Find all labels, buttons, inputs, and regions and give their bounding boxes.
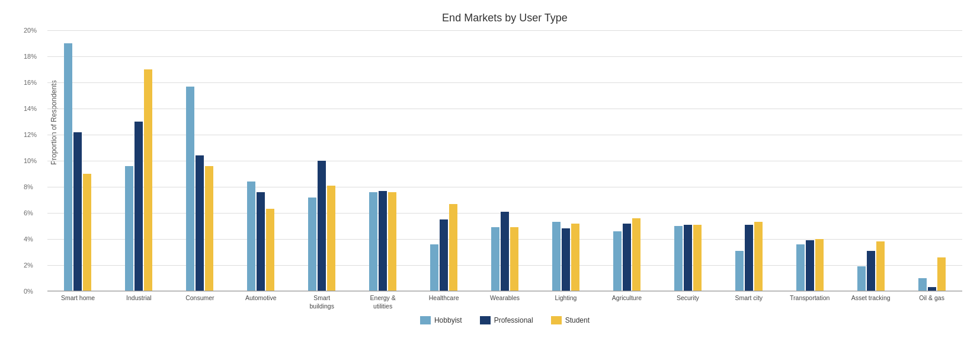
y-tick-label: 18% [24, 53, 37, 60]
bar-professional [134, 122, 143, 291]
y-tick-label: 8% [24, 183, 33, 190]
x-label: Healthcare [414, 294, 475, 310]
bar-professional [501, 212, 509, 291]
bar-professional [196, 155, 204, 291]
bar-professional [684, 225, 692, 291]
bar-hobbyist [796, 244, 805, 291]
bar-hobbyist [613, 231, 622, 291]
y-tick-label: 16% [24, 79, 37, 86]
y-tick-label: 0% [24, 288, 33, 295]
x-labels: Smart homeIndustrialConsumerAutomotiveSm… [47, 294, 962, 310]
x-label: Lighting [536, 294, 597, 310]
legend: Hobbyist Professional Student [47, 316, 962, 324]
bar-professional [867, 251, 875, 291]
x-label: Agriculture [596, 294, 657, 310]
x-label: Smart city [718, 294, 779, 310]
y-tick-label: 12% [24, 131, 37, 138]
bar-professional [257, 192, 265, 291]
bars-area [47, 30, 962, 291]
bar-hobbyist [64, 43, 72, 291]
bar-professional [318, 161, 326, 291]
bar-group [292, 30, 353, 291]
grid-line [47, 291, 962, 292]
bar-professional [806, 240, 814, 291]
bar-student [144, 69, 152, 291]
bar-hobbyist [186, 87, 194, 291]
x-label: Industrial [108, 294, 169, 310]
legend-hobbyist: Hobbyist [420, 316, 462, 324]
bar-hobbyist [369, 192, 377, 291]
bar-hobbyist [735, 251, 744, 291]
bar-hobbyist [491, 227, 499, 291]
bar-group [47, 30, 108, 291]
chart-title: End Markets by User Type [47, 12, 962, 24]
bar-group [718, 30, 779, 291]
bar-professional [440, 219, 448, 291]
bar-group [475, 30, 536, 291]
bar-hobbyist [308, 198, 316, 291]
legend-hobbyist-label: Hobbyist [434, 316, 462, 324]
bar-hobbyist [857, 266, 866, 291]
x-label: Automotive [230, 294, 292, 310]
x-label: Transportation [779, 294, 840, 310]
legend-professional-color [480, 316, 491, 324]
bar-student [632, 218, 640, 291]
bar-student [388, 192, 396, 291]
bar-hobbyist [125, 166, 133, 291]
bar-student [815, 239, 824, 291]
bar-student [327, 186, 335, 291]
bar-student [571, 224, 579, 291]
x-label: Security [657, 294, 718, 310]
y-tick-label: 4% [24, 235, 33, 243]
bar-student [449, 204, 457, 291]
bar-professional [745, 225, 753, 291]
bar-professional [73, 132, 82, 291]
bar-professional [379, 191, 387, 291]
y-tick-label: 2% [24, 262, 33, 269]
y-tick-label: 20% [24, 27, 37, 34]
x-label: Wearables [475, 294, 536, 310]
legend-professional-label: Professional [494, 316, 533, 324]
bar-student [83, 174, 91, 291]
x-label: Smartbuildings [292, 294, 353, 310]
legend-professional: Professional [480, 316, 533, 324]
bar-group [108, 30, 169, 291]
bar-student [693, 225, 702, 291]
bar-group [596, 30, 657, 291]
y-tick-label: 10% [24, 157, 37, 164]
chart-area: Proportion of Respondents 0%2%4%6%8%10%1… [47, 30, 962, 291]
chart-container: End Markets by User Type Proportion of R… [0, 0, 980, 363]
legend-student-color [551, 316, 562, 324]
bar-group [230, 30, 292, 291]
bar-group [169, 30, 230, 291]
bar-professional [562, 228, 570, 291]
bar-professional [623, 224, 631, 291]
legend-student: Student [551, 316, 590, 324]
bar-group [657, 30, 718, 291]
bar-group [536, 30, 597, 291]
y-tick-label: 6% [24, 209, 33, 216]
bar-hobbyist [430, 244, 438, 291]
bar-student [510, 227, 518, 291]
x-label: Oil & gas [901, 294, 962, 310]
bar-hobbyist [674, 226, 683, 291]
bar-student [876, 241, 885, 291]
bar-student [937, 257, 946, 291]
x-label: Energy &utilities [353, 294, 414, 310]
legend-hobbyist-color [420, 316, 431, 324]
bar-student [266, 209, 274, 291]
legend-student-label: Student [565, 316, 590, 324]
bar-hobbyist [552, 222, 561, 291]
x-label: Consumer [169, 294, 230, 310]
x-label: Asset tracking [840, 294, 901, 310]
bar-group [840, 30, 901, 291]
bar-group [414, 30, 475, 291]
x-axis-line [47, 291, 962, 291]
x-label: Smart home [47, 294, 108, 310]
bar-group [779, 30, 840, 291]
y-tick-label: 14% [24, 105, 37, 112]
bar-hobbyist [918, 278, 927, 291]
bar-hobbyist [247, 182, 255, 291]
bar-student [754, 222, 763, 291]
bar-student [205, 166, 213, 291]
